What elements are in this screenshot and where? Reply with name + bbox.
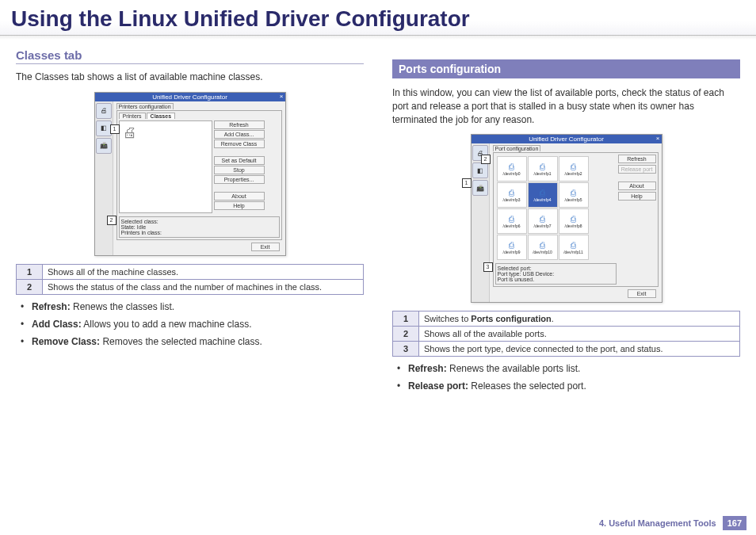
- port-icon: ⎙: [540, 189, 545, 197]
- row-text: Switches to Ports configuration.: [419, 311, 740, 327]
- port-icon: ⎙: [571, 241, 576, 250]
- port-icon: ⎙: [571, 162, 576, 171]
- row-text: Shows all of the available ports.: [419, 327, 740, 342]
- bullet-text: Renews the classes list.: [71, 301, 174, 312]
- refresh-button: Refresh: [214, 120, 265, 129]
- machine-icon: 🖨: [123, 124, 137, 141]
- port-icon: ⎙: [571, 215, 576, 224]
- list-item: Refresh: Renews the available ports list…: [402, 363, 740, 374]
- classes-tab-heading: Classes tab: [16, 48, 364, 64]
- port-icon: ⎙: [571, 189, 576, 197]
- bullet-text: Allows you to add a new machine class.: [82, 319, 252, 330]
- ports-grid: ⎙/dev/mfp0⎙/dev/mfp1⎙/dev/mfp2⎙/dev/mfp3…: [495, 155, 617, 262]
- bullet-label: Release port:: [408, 380, 468, 392]
- callout-2: 2: [481, 155, 491, 164]
- section-title: Port configuration: [493, 145, 541, 151]
- list-item: Release port: Releases the selected port…: [402, 380, 740, 392]
- left-column: Classes tab The Classes tab shows a list…: [16, 48, 364, 398]
- remove-class-button: Remove Class: [214, 139, 265, 148]
- selected-class-title: Selected class:: [121, 219, 277, 224]
- about-button: About: [618, 182, 656, 190]
- port-label: /dev/mfp9: [503, 250, 521, 254]
- port-item: ⎙/dev/mfp7: [528, 208, 558, 234]
- row-text: Shows the port type, device connected to…: [419, 342, 740, 357]
- close-icon: ×: [280, 93, 284, 100]
- row-num: 1: [17, 264, 43, 279]
- selected-port-status: Port is unused.: [498, 277, 614, 282]
- tab-classes: Classes: [147, 113, 175, 119]
- port-item: ⎙/dev/mfp8: [559, 208, 589, 234]
- selected-class-state: State: Idle: [121, 224, 277, 230]
- help-button: Help: [214, 201, 265, 210]
- classes-bullets: Refresh: Renews the classes list. Add Cl…: [16, 301, 364, 347]
- bullet-label: Remove Class:: [32, 336, 100, 347]
- bullet-text: Removes the selected machine class.: [100, 336, 262, 347]
- port-item: ⎙/dev/mfp5: [559, 182, 589, 208]
- list-item: Remove Class: Removes the selected machi…: [25, 336, 364, 347]
- row-text: Shows the status of the class and the nu…: [43, 279, 364, 294]
- port-label: /dev/mfp6: [503, 224, 521, 228]
- class-list: 🖨 1: [119, 120, 212, 213]
- add-class-button: Add Class...: [214, 130, 265, 139]
- tabs: Printers Classes: [119, 113, 280, 119]
- port-icon: ⎙: [540, 162, 545, 171]
- chapter-label: 4. Useful Management Tools: [599, 518, 716, 528]
- class-icon: ◧: [96, 120, 112, 136]
- port-icon: ⎙: [540, 215, 545, 224]
- port-label: /dev/mfp3: [503, 197, 521, 202]
- port-label: /dev/mfp4: [534, 197, 552, 202]
- classes-table: 1 Shows all of the machine classes. 2 Sh…: [16, 264, 364, 295]
- port-icon: ⎙: [509, 241, 514, 250]
- close-icon: ×: [656, 135, 660, 142]
- section-title: Printers configuration: [116, 103, 174, 109]
- bullet-text: Releases the selected port.: [468, 380, 586, 392]
- row-num: 2: [393, 327, 419, 342]
- port-label: /dev/mfp0: [503, 171, 521, 176]
- port-item: ⎙/dev/mfp9: [497, 235, 527, 260]
- stop-button: Stop: [214, 166, 265, 174]
- port-item: ⎙/dev/mfp11: [559, 235, 589, 260]
- properties-button: Properties...: [214, 175, 265, 184]
- table-row: 2 Shows all of the available ports.: [393, 327, 740, 342]
- table-row: 3 Shows the port type, device connected …: [393, 342, 740, 357]
- exit-button: Exit: [251, 243, 280, 251]
- scanner-icon: 📠: [96, 138, 112, 154]
- port-item: ⎙/dev/mfp2: [559, 156, 589, 182]
- classes-tab-screenshot: Unified Driver Configurator × 🖨 ◧ 📠 Prin…: [16, 92, 364, 256]
- port-label: /dev/mfp11: [563, 250, 583, 254]
- help-button: Help: [618, 192, 656, 201]
- right-column: Ports configuration In this window, you …: [392, 48, 740, 398]
- callout-2: 2: [107, 216, 116, 225]
- ports-config-intro: In this window, you can view the list of…: [392, 86, 740, 126]
- port-label: /dev/mfp5: [565, 197, 582, 202]
- list-item: Add Class: Allows you to add a new machi…: [25, 319, 364, 330]
- footer: 4. Useful Management Tools 167: [599, 516, 746, 530]
- window-title: Unified Driver Configurator: [152, 94, 227, 101]
- table-row: 2 Shows the status of the class and the …: [17, 279, 364, 294]
- table-row: 1 Shows all of the machine classes.: [17, 264, 364, 279]
- set-default-button: Set as Default: [214, 156, 265, 165]
- selected-class-count: Printers in class:: [121, 230, 277, 235]
- ports-table: 1 Switches to Ports configuration. 2 Sho…: [392, 311, 740, 357]
- selected-port-title: Selected port:: [498, 266, 614, 271]
- port-item: ⎙/dev/mfp6: [497, 208, 527, 234]
- window-title: Unified Driver Configurator: [529, 136, 604, 143]
- port-item: ⎙/dev/mfp10: [528, 235, 558, 260]
- port-label: /dev/mfp2: [565, 171, 582, 176]
- refresh-button: Refresh: [618, 155, 656, 163]
- row-num: 3: [393, 342, 419, 357]
- tab-printers: Printers: [119, 113, 146, 119]
- ports-config-screenshot: Unified Driver Configurator × 🖨 ◧ 📠 1 Po…: [392, 134, 740, 303]
- port-item: ⎙/dev/mfp0: [497, 156, 527, 182]
- bullet-label: Refresh:: [408, 363, 447, 374]
- port-label: /dev/mfp8: [565, 224, 582, 228]
- class-icon: ◧: [472, 162, 488, 178]
- port-icon: ⎙: [509, 189, 514, 197]
- selected-port-type: Port type: USB Device:: [498, 271, 614, 277]
- classes-tab-intro: The Classes tab shows a list of availabl…: [16, 71, 364, 84]
- callout-3: 3: [483, 262, 493, 272]
- callout-1: 1: [462, 178, 472, 188]
- port-label: /dev/mfp10: [533, 250, 552, 254]
- page-number: 167: [723, 516, 746, 530]
- bullet-label: Add Class:: [32, 319, 82, 330]
